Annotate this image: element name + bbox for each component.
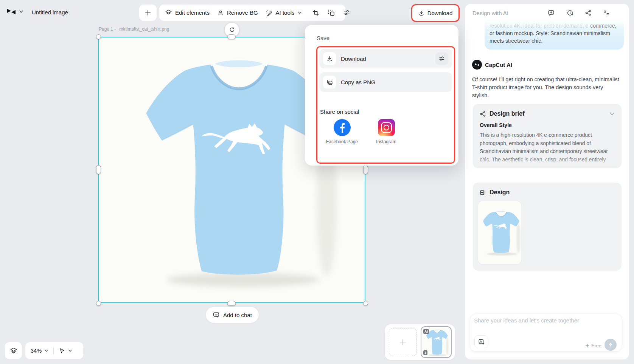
instagram-share-button[interactable]: Instagram (369, 119, 404, 145)
add-to-chat-label: Add to chat (223, 312, 252, 318)
adjust-sliders-icon (439, 56, 445, 62)
attach-image-button[interactable] (474, 335, 488, 348)
replace-button[interactable] (328, 9, 335, 16)
free-plan-tag: Free (585, 343, 601, 349)
handle-top-left[interactable] (96, 34, 101, 39)
copy-as-png-button[interactable]: Copy as PNG (319, 72, 452, 92)
adjust-button[interactable] (343, 9, 350, 16)
plus-icon (399, 338, 407, 346)
design-brief-title: Design brief (489, 110, 524, 117)
facebook-share-button[interactable]: Facebook Page (325, 119, 359, 145)
download-iconbox (323, 52, 336, 65)
popup-download-button[interactable]: Download (319, 49, 452, 68)
chat-bubble-icon (213, 311, 220, 319)
handle-left-middle[interactable] (96, 165, 101, 174)
ai-badge: AI (423, 329, 429, 334)
ai-tools-button[interactable]: AI tools (266, 9, 302, 16)
handle-bottom-middle[interactable] (227, 301, 236, 306)
view-controls: 34% (25, 342, 83, 359)
download-label: Download (427, 10, 453, 16)
layers-icon (165, 9, 172, 16)
popup-download-label: Download (341, 56, 366, 62)
save-popup: Save Download (305, 25, 458, 166)
chat-input[interactable] (474, 317, 618, 333)
add-page-button[interactable] (389, 328, 417, 356)
tshirt-thumbnail (478, 201, 521, 264)
download-icon (326, 56, 333, 62)
capcut-logo-button[interactable] (6, 7, 23, 16)
remove-bg-button[interactable]: Remove BG (217, 9, 258, 16)
user-message-faded: resolution 4K, ideal for print-on-demand… (489, 23, 590, 29)
sparkle-icon (585, 344, 589, 348)
chevron-down-icon[interactable] (44, 349, 48, 352)
bot-message: Of course! I'll get right on creating th… (472, 76, 620, 99)
replace-icon (328, 9, 335, 16)
bot-identity-row: CapCut AI (472, 60, 512, 70)
add-element-button[interactable] (139, 5, 157, 21)
crop-button[interactable] (312, 9, 319, 16)
adjust-sliders-icon (343, 9, 350, 16)
facebook-label: Facebook Page (326, 139, 358, 145)
copy-image-icon (326, 79, 333, 85)
copy-image-iconbox (323, 76, 336, 88)
send-button[interactable] (604, 339, 617, 351)
handle-bottom-right[interactable] (363, 301, 368, 306)
user-message-bubble: resolution 4K, ideal for print-on-demand… (485, 18, 624, 50)
divider (53, 347, 54, 355)
history-clock-icon[interactable] (567, 9, 573, 16)
brief-subtitle: Overall Style (480, 122, 615, 128)
handle-right-middle[interactable] (363, 165, 368, 174)
ai-panel: Design with AI resolution 4K, ideal for … (465, 4, 629, 359)
plus-icon (144, 9, 152, 17)
chevron-down-icon[interactable] (68, 349, 72, 352)
person-icon (217, 9, 224, 16)
brief-fade (473, 157, 622, 168)
ai-tools-label: AI tools (276, 9, 295, 16)
add-to-chat-button[interactable]: Add to chat (206, 307, 259, 323)
ai-pen-icon (266, 9, 273, 16)
chevron-down-icon (19, 10, 23, 13)
edit-elements-label: Edit elements (175, 9, 210, 16)
free-label: Free (591, 343, 601, 349)
download-button[interactable]: Download (413, 6, 458, 20)
design-brief-card: Design brief Overall Style This is a hig… (473, 104, 622, 168)
collapse-icon[interactable] (603, 9, 610, 16)
image-plus-icon (478, 338, 485, 345)
page-label: Page 1 - minimalist_cat_tshirt.png (99, 26, 169, 32)
capcut-logo-icon (6, 7, 16, 16)
handle-bottom-left[interactable] (96, 301, 101, 306)
document-title: Untitled image (32, 9, 68, 15)
chevron-down-icon (609, 112, 615, 116)
capcut-ai-avatar (472, 60, 482, 70)
layers-icon (10, 347, 17, 355)
share-on-social-label: Share on social (320, 108, 359, 115)
handle-top-middle[interactable] (227, 34, 236, 39)
chat-input-box: Free (470, 314, 622, 352)
download-settings-button[interactable] (435, 53, 448, 65)
design-insert-icon (480, 189, 486, 196)
instagram-icon (378, 119, 395, 136)
instagram-label: Instagram (376, 139, 396, 145)
page-thumbnail-selected[interactable]: AI 1 (421, 326, 452, 358)
remove-bg-label: Remove BG (227, 9, 258, 16)
facebook-icon (334, 119, 351, 136)
chevron-down-icon (298, 11, 302, 14)
capcut-logo-icon (474, 62, 480, 67)
download-highlight-box: Download (411, 4, 460, 22)
ai-panel-title: Design with AI (472, 10, 508, 16)
brief-nodes-icon (480, 111, 486, 117)
layers-button[interactable] (5, 342, 22, 359)
save-popup-title: Save (317, 35, 329, 41)
rotate-icon (229, 27, 235, 33)
zoom-level[interactable]: 34% (31, 348, 42, 354)
design-card: Design (473, 183, 622, 271)
brief-collapse-button[interactable] (609, 112, 615, 116)
page-number-label: Page 1 - (99, 26, 116, 32)
new-chat-icon[interactable] (548, 9, 555, 16)
arrow-up-send-icon (608, 342, 614, 348)
pointer-cursor-icon[interactable] (59, 347, 65, 354)
share-nodes-icon[interactable] (585, 9, 592, 16)
app-window: Untitled image Edit elements Remove BG (0, 0, 634, 364)
design-result-thumbnail[interactable] (478, 201, 521, 264)
edit-elements-button[interactable]: Edit elements (165, 9, 210, 16)
